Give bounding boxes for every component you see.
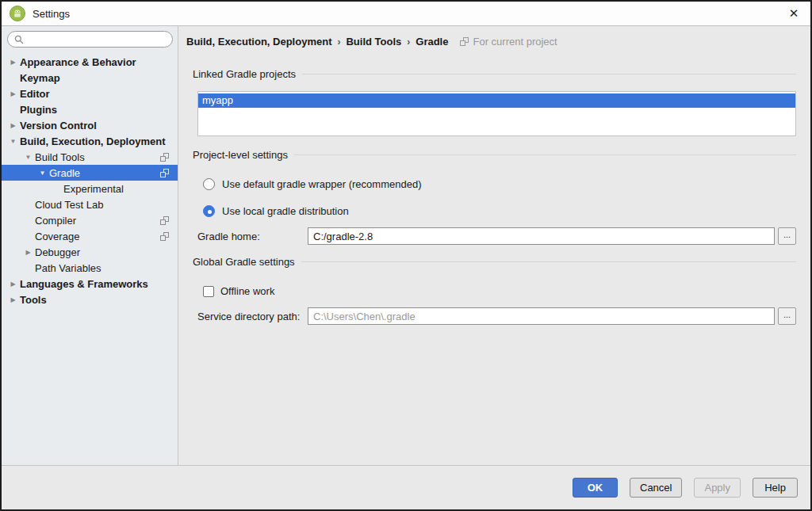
radio-button[interactable] — [203, 205, 215, 217]
sidebar-item-label: Build, Execution, Deployment — [20, 135, 165, 147]
linked-project-myapp[interactable]: myapp — [198, 93, 795, 108]
section-rule — [301, 261, 796, 262]
section-linked-gradle-projects: Linked Gradle projects — [193, 68, 796, 80]
sidebar-item-label: Version Control — [20, 120, 97, 132]
ok-button[interactable]: OK — [573, 478, 618, 498]
breadcrumb-part-build-tools[interactable]: Build Tools — [346, 36, 401, 48]
radio-label[interactable]: Use default gradle wrapper (recommended) — [222, 178, 421, 190]
sidebar-item-label: Experimental — [63, 183, 124, 195]
chevron-collapsed-icon[interactable]: ▶ — [8, 59, 18, 66]
sidebar-item-label: Appearance & Behavior — [20, 56, 136, 68]
radio-label[interactable]: Use local gradle distribution — [222, 205, 349, 217]
service-directory-browse-button[interactable]: ... — [778, 307, 796, 325]
radio-row-use-local-gradle-distribution: Use local gradle distribution — [203, 205, 796, 217]
sidebar-item-label: Editor — [20, 88, 50, 100]
sidebar-item-build-execution-deployment[interactable]: ▼Build, Execution, Deployment — [2, 133, 178, 149]
apply-button: Apply — [694, 478, 741, 498]
gradle-home-browse-button[interactable]: ... — [778, 227, 796, 245]
cancel-button[interactable]: Cancel — [630, 478, 682, 498]
per-project-copy-icon — [160, 216, 169, 225]
dialog-button-bar: OKCancelApplyHelp — [2, 465, 810, 509]
gradle-settings-panel: Build, Execution, Deployment›Build Tools… — [178, 26, 810, 465]
chevron-collapsed-icon[interactable]: ▶ — [8, 90, 18, 97]
offline-work-checkbox[interactable] — [203, 286, 214, 297]
section-rule — [294, 154, 796, 155]
breadcrumb-separator: › — [337, 36, 340, 48]
sidebar-item-cloud-test-lab[interactable]: Cloud Test Lab — [2, 196, 178, 212]
service-directory-input[interactable] — [308, 307, 775, 325]
sidebar-item-label: Debugger — [35, 246, 80, 258]
sidebar-item-label: Tools — [20, 294, 47, 306]
sidebar-item-label: Coverage — [35, 231, 79, 242]
per-project-copy-icon — [160, 153, 169, 162]
sidebar-item-editor[interactable]: ▶Editor — [2, 86, 178, 101]
radio-button[interactable] — [203, 178, 215, 190]
sidebar-item-plugins[interactable]: Plugins — [2, 101, 178, 117]
chevron-expanded-icon[interactable]: ▼ — [8, 138, 18, 145]
section-title: Linked Gradle projects — [193, 68, 296, 80]
service-directory-row: Service directory path: ... — [193, 307, 796, 325]
chevron-expanded-icon[interactable]: ▼ — [37, 170, 48, 177]
sidebar-item-version-control[interactable]: ▶Version Control — [2, 117, 178, 133]
sidebar-item-label: Languages & Frameworks — [20, 278, 148, 290]
gradle-home-row: Gradle home: ... — [193, 227, 796, 245]
sidebar-item-label: Keymap — [20, 72, 60, 84]
per-project-copy-icon — [160, 232, 169, 241]
sidebar-item-build-tools[interactable]: ▼Build Tools — [2, 149, 178, 165]
gradle-home-label: Gradle home: — [193, 231, 308, 242]
offline-work-label: Offline work — [220, 285, 274, 297]
scope-label: For current project — [473, 36, 557, 48]
breadcrumb-part-gradle[interactable]: Gradle — [416, 36, 448, 48]
chevron-expanded-icon[interactable]: ▼ — [23, 154, 33, 161]
sidebar-item-debugger[interactable]: ▶Debugger — [2, 244, 178, 260]
per-project-copy-icon — [460, 37, 469, 46]
chevron-collapsed-icon[interactable]: ▶ — [8, 296, 18, 303]
for-current-project-scope: For current project — [460, 36, 557, 48]
sidebar-item-coverage[interactable]: Coverage — [2, 228, 178, 244]
section-rule — [302, 74, 796, 74]
sidebar-item-path-variables[interactable]: Path Variables — [2, 260, 178, 276]
section-title: Global Gradle settings — [193, 256, 295, 268]
settings-tree: ▶Appearance & BehaviorKeymap▶EditorPlugi… — [2, 54, 178, 307]
breadcrumb-part-build-execution-deployment[interactable]: Build, Execution, Deployment — [186, 36, 331, 48]
linked-projects-list[interactable]: myapp — [197, 91, 796, 136]
sidebar-item-label: Plugins — [20, 104, 57, 116]
sidebar-item-label: Build Tools — [35, 151, 85, 163]
android-studio-icon — [10, 6, 25, 21]
sidebar-item-languages-frameworks[interactable]: ▶Languages & Frameworks — [2, 276, 178, 292]
chevron-collapsed-icon[interactable]: ▶ — [8, 280, 18, 288]
settings-window: Settings ✕ ▶Appearance & BehaviorKeymap▶… — [0, 0, 812, 511]
chevron-collapsed-icon[interactable]: ▶ — [23, 249, 33, 256]
help-button[interactable]: Help — [753, 478, 798, 498]
section-project-level-settings: Project-level settings — [193, 149, 796, 161]
sidebar-item-label: Compiler — [35, 215, 76, 227]
search-field[interactable] — [28, 34, 166, 45]
sidebar-item-experimental[interactable]: Experimental — [2, 181, 178, 196]
sidebar-item-label: Cloud Test Lab — [35, 199, 104, 211]
sidebar-item-tools[interactable]: ▶Tools — [2, 292, 178, 307]
section-title: Project-level settings — [193, 149, 288, 161]
settings-sidebar: ▶Appearance & BehaviorKeymap▶EditorPlugi… — [2, 26, 178, 465]
breadcrumb: Build, Execution, Deployment›Build Tools… — [186, 36, 796, 48]
chevron-collapsed-icon[interactable]: ▶ — [8, 122, 18, 129]
title-bar: Settings ✕ — [2, 2, 810, 26]
content-area: ▶Appearance & BehaviorKeymap▶EditorPlugi… — [2, 26, 810, 465]
radio-row-use-default-gradle-wrapper-rec: Use default gradle wrapper (recommended) — [203, 178, 796, 190]
sidebar-item-label: Gradle — [49, 167, 80, 179]
sidebar-item-compiler[interactable]: Compiler — [2, 212, 178, 228]
sidebar-item-keymap[interactable]: Keymap — [2, 70, 178, 86]
service-directory-label: Service directory path: — [193, 311, 308, 322]
search-input[interactable] — [7, 31, 173, 48]
close-icon[interactable]: ✕ — [785, 5, 802, 22]
sidebar-item-label: Path Variables — [35, 262, 102, 274]
section-global-gradle-settings: Global Gradle settings — [193, 256, 796, 268]
gradle-home-input[interactable] — [308, 227, 775, 245]
window-title: Settings — [33, 8, 70, 20]
offline-work-row: Offline work — [203, 285, 796, 297]
gradle-distribution-radio-group: Use default gradle wrapper (recommended)… — [193, 178, 796, 217]
search-icon — [14, 35, 24, 44]
sidebar-item-gradle[interactable]: ▼Gradle — [2, 165, 178, 181]
per-project-copy-icon — [160, 169, 169, 177]
breadcrumb-separator: › — [407, 36, 410, 48]
sidebar-item-appearance-behavior[interactable]: ▶Appearance & Behavior — [2, 54, 178, 70]
